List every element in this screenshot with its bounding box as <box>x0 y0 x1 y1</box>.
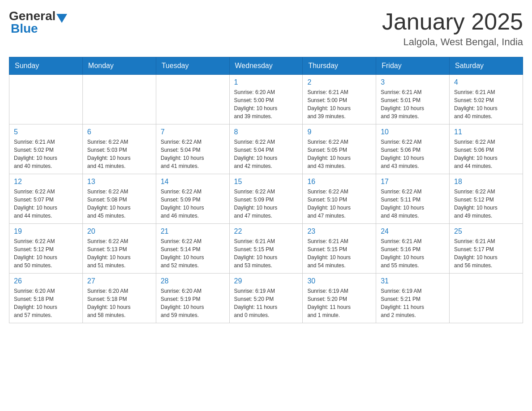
calendar-cell: 12Sunrise: 6:22 AMSunset: 5:07 PMDayligh… <box>9 174 83 224</box>
day-info: Sunrise: 6:21 AMSunset: 5:17 PMDaylight:… <box>454 237 518 270</box>
calendar-cell: 16Sunrise: 6:22 AMSunset: 5:10 PMDayligh… <box>303 174 376 224</box>
calendar-cell: 2Sunrise: 6:21 AMSunset: 5:00 PMDaylight… <box>303 75 376 124</box>
calendar-cell: 5Sunrise: 6:21 AMSunset: 5:02 PMDaylight… <box>9 124 83 174</box>
day-number: 9 <box>307 128 371 136</box>
day-number: 30 <box>307 277 371 285</box>
day-info: Sunrise: 6:22 AMSunset: 5:03 PMDaylight:… <box>87 138 151 170</box>
calendar-cell: 1Sunrise: 6:20 AMSunset: 5:00 PMDaylight… <box>229 75 303 124</box>
day-info: Sunrise: 6:20 AMSunset: 5:19 PMDaylight:… <box>161 287 225 319</box>
day-number: 16 <box>307 178 371 186</box>
day-info: Sunrise: 6:21 AMSunset: 5:02 PMDaylight:… <box>14 138 78 170</box>
day-info: Sunrise: 6:22 AMSunset: 5:08 PMDaylight:… <box>87 188 151 220</box>
day-number: 3 <box>381 78 445 86</box>
day-number: 7 <box>161 128 225 136</box>
day-number: 13 <box>87 178 151 186</box>
day-info: Sunrise: 6:22 AMSunset: 5:04 PMDaylight:… <box>161 138 225 170</box>
page-header: General Blue January 2025 Lalgola, West … <box>9 9 523 48</box>
day-number: 18 <box>454 178 518 186</box>
day-info: Sunrise: 6:22 AMSunset: 5:05 PMDaylight:… <box>307 138 371 170</box>
day-info: Sunrise: 6:22 AMSunset: 5:11 PMDaylight:… <box>381 188 445 220</box>
day-number: 27 <box>87 277 151 285</box>
day-info: Sunrise: 6:20 AMSunset: 5:00 PMDaylight:… <box>234 88 298 120</box>
day-number: 25 <box>454 227 518 235</box>
day-info: Sunrise: 6:21 AMSunset: 5:15 PMDaylight:… <box>307 237 371 270</box>
calendar-cell: 18Sunrise: 6:22 AMSunset: 5:12 PMDayligh… <box>450 174 523 224</box>
day-info: Sunrise: 6:21 AMSunset: 5:16 PMDaylight:… <box>381 237 445 270</box>
calendar-table: SundayMondayTuesdayWednesdayThursdayFrid… <box>9 57 523 323</box>
day-info: Sunrise: 6:22 AMSunset: 5:14 PMDaylight:… <box>161 237 225 270</box>
day-info: Sunrise: 6:22 AMSunset: 5:07 PMDaylight:… <box>14 188 78 220</box>
header-cell-sunday: Sunday <box>9 57 83 75</box>
logo-icon <box>56 14 67 23</box>
calendar-cell: 28Sunrise: 6:20 AMSunset: 5:19 PMDayligh… <box>156 274 229 323</box>
calendar-cell: 10Sunrise: 6:22 AMSunset: 5:06 PMDayligh… <box>376 124 450 174</box>
day-info: Sunrise: 6:21 AMSunset: 5:00 PMDaylight:… <box>307 88 371 120</box>
header-cell-thursday: Thursday <box>303 57 376 75</box>
calendar-cell: 8Sunrise: 6:22 AMSunset: 5:04 PMDaylight… <box>229 124 303 174</box>
calendar-cell <box>82 75 156 124</box>
calendar-cell: 6Sunrise: 6:22 AMSunset: 5:03 PMDaylight… <box>82 124 156 174</box>
header-row: SundayMondayTuesdayWednesdayThursdayFrid… <box>9 57 523 75</box>
calendar-cell: 21Sunrise: 6:22 AMSunset: 5:14 PMDayligh… <box>156 224 229 274</box>
day-number: 31 <box>381 277 445 285</box>
day-number: 5 <box>14 128 78 136</box>
day-number: 10 <box>381 128 445 136</box>
calendar-cell: 9Sunrise: 6:22 AMSunset: 5:05 PMDaylight… <box>303 124 376 174</box>
day-number: 29 <box>234 277 298 285</box>
calendar-cell: 25Sunrise: 6:21 AMSunset: 5:17 PMDayligh… <box>450 224 523 274</box>
day-info: Sunrise: 6:22 AMSunset: 5:06 PMDaylight:… <box>454 138 518 170</box>
calendar-cell: 26Sunrise: 6:20 AMSunset: 5:18 PMDayligh… <box>9 274 83 323</box>
day-number: 1 <box>234 78 298 86</box>
week-row-3: 12Sunrise: 6:22 AMSunset: 5:07 PMDayligh… <box>9 174 523 224</box>
day-number: 2 <box>307 78 371 86</box>
day-info: Sunrise: 6:19 AMSunset: 5:20 PMDaylight:… <box>307 287 371 319</box>
week-row-1: 1Sunrise: 6:20 AMSunset: 5:00 PMDaylight… <box>9 75 523 124</box>
day-number: 24 <box>381 227 445 235</box>
header-cell-friday: Friday <box>376 57 450 75</box>
calendar-cell: 30Sunrise: 6:19 AMSunset: 5:20 PMDayligh… <box>303 274 376 323</box>
calendar-cell: 29Sunrise: 6:19 AMSunset: 5:20 PMDayligh… <box>229 274 303 323</box>
calendar-cell: 19Sunrise: 6:22 AMSunset: 5:12 PMDayligh… <box>9 224 83 274</box>
calendar-cell: 11Sunrise: 6:22 AMSunset: 5:06 PMDayligh… <box>450 124 523 174</box>
day-number: 23 <box>307 227 371 235</box>
day-number: 11 <box>454 128 518 136</box>
day-number: 21 <box>161 227 225 235</box>
header-cell-tuesday: Tuesday <box>156 57 229 75</box>
day-number: 15 <box>234 178 298 186</box>
day-info: Sunrise: 6:21 AMSunset: 5:15 PMDaylight:… <box>234 237 298 270</box>
week-row-4: 19Sunrise: 6:22 AMSunset: 5:12 PMDayligh… <box>9 224 523 274</box>
calendar-cell <box>9 75 83 124</box>
header-cell-wednesday: Wednesday <box>229 57 303 75</box>
calendar-cell: 24Sunrise: 6:21 AMSunset: 5:16 PMDayligh… <box>376 224 450 274</box>
calendar-cell: 7Sunrise: 6:22 AMSunset: 5:04 PMDaylight… <box>156 124 229 174</box>
day-number: 17 <box>381 178 445 186</box>
day-info: Sunrise: 6:22 AMSunset: 5:09 PMDaylight:… <box>234 188 298 220</box>
calendar-cell <box>450 274 523 323</box>
calendar-cell: 3Sunrise: 6:21 AMSunset: 5:01 PMDaylight… <box>376 75 450 124</box>
calendar-cell: 14Sunrise: 6:22 AMSunset: 5:09 PMDayligh… <box>156 174 229 224</box>
day-info: Sunrise: 6:20 AMSunset: 5:18 PMDaylight:… <box>87 287 151 319</box>
logo: General Blue <box>9 9 67 36</box>
day-info: Sunrise: 6:22 AMSunset: 5:13 PMDaylight:… <box>87 237 151 270</box>
day-info: Sunrise: 6:22 AMSunset: 5:09 PMDaylight:… <box>161 188 225 220</box>
calendar-cell: 31Sunrise: 6:19 AMSunset: 5:21 PMDayligh… <box>376 274 450 323</box>
day-number: 19 <box>14 227 78 235</box>
day-info: Sunrise: 6:19 AMSunset: 5:20 PMDaylight:… <box>234 287 298 319</box>
day-info: Sunrise: 6:19 AMSunset: 5:21 PMDaylight:… <box>381 287 445 319</box>
day-number: 12 <box>14 178 78 186</box>
calendar-cell: 4Sunrise: 6:21 AMSunset: 5:02 PMDaylight… <box>450 75 523 124</box>
day-info: Sunrise: 6:22 AMSunset: 5:10 PMDaylight:… <box>307 188 371 220</box>
location-title: Lalgola, West Bengal, India <box>382 36 523 48</box>
day-number: 20 <box>87 227 151 235</box>
calendar-cell: 17Sunrise: 6:22 AMSunset: 5:11 PMDayligh… <box>376 174 450 224</box>
calendar-cell <box>156 75 229 124</box>
calendar-cell: 22Sunrise: 6:21 AMSunset: 5:15 PMDayligh… <box>229 224 303 274</box>
header-cell-saturday: Saturday <box>450 57 523 75</box>
day-number: 22 <box>234 227 298 235</box>
day-number: 26 <box>14 277 78 285</box>
calendar-cell: 13Sunrise: 6:22 AMSunset: 5:08 PMDayligh… <box>82 174 156 224</box>
day-number: 14 <box>161 178 225 186</box>
calendar-cell: 15Sunrise: 6:22 AMSunset: 5:09 PMDayligh… <box>229 174 303 224</box>
day-info: Sunrise: 6:22 AMSunset: 5:12 PMDaylight:… <box>14 237 78 270</box>
day-number: 6 <box>87 128 151 136</box>
